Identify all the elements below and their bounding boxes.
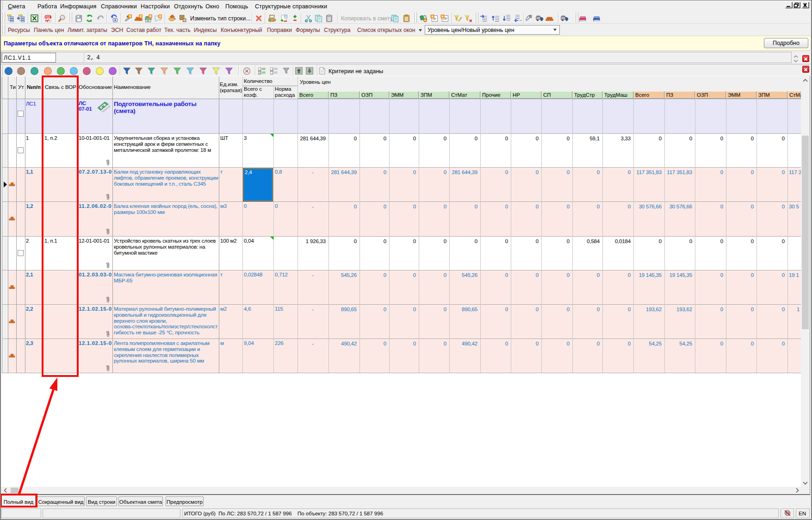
svg-text:PDF: PDF — [45, 16, 50, 19]
